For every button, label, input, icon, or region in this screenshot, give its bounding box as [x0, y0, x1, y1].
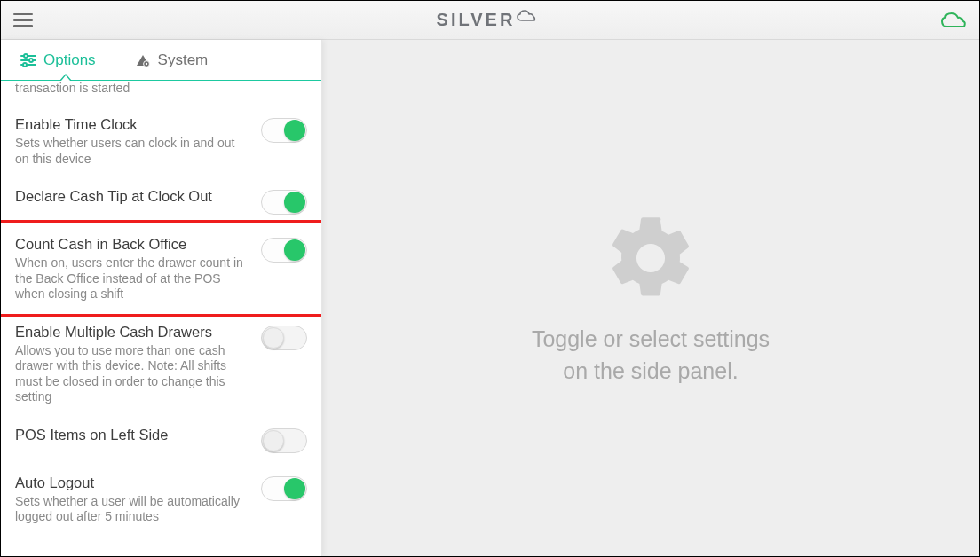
- setting-row: Declare Cash Tip at Clock Out: [13, 177, 309, 225]
- setting-title: Declare Cash Tip at Clock Out: [15, 188, 249, 205]
- setting-row: POS Items on Left Side: [13, 416, 309, 464]
- brand-logo: SILVER: [437, 10, 537, 31]
- gear-icon: [602, 209, 699, 307]
- setting-text: Enable Multiple Cash DrawersAllows you t…: [15, 324, 249, 405]
- toggle-knob: [263, 430, 284, 451]
- setting-title: Auto Logout: [15, 475, 249, 491]
- tab-system[interactable]: System: [115, 40, 228, 80]
- toggle-knob: [263, 327, 284, 349]
- toggle-knob: [284, 239, 305, 261]
- toggle-knob: [284, 478, 305, 499]
- setting-row: Count Cash in Back OfficeWhen on, users …: [13, 225, 309, 313]
- setting-text: POS Items on Left Side: [15, 427, 249, 446]
- svg-point-3: [29, 59, 33, 62]
- brand-text: SILVER: [437, 10, 516, 30]
- tab-system-label: System: [158, 51, 209, 69]
- setting-title: Count Cash in Back Office: [15, 236, 249, 253]
- placeholder-line2: on the side panel.: [532, 355, 770, 387]
- toggle-declare-cash-tip[interactable]: [261, 190, 307, 215]
- toggle-auto-logout[interactable]: [261, 476, 307, 501]
- detail-panel: Toggle or select settings on the side pa…: [322, 40, 979, 556]
- menu-icon[interactable]: [13, 13, 33, 27]
- sliders-icon: [20, 53, 36, 67]
- setting-title: POS Items on Left Side: [15, 427, 249, 443]
- setting-row: Auto LogoutSets whether a user will be a…: [13, 464, 309, 536]
- svg-point-1: [24, 54, 28, 58]
- app-body: Options System transaction is started En…: [1, 40, 979, 556]
- settings-list[interactable]: transaction is started Enable Time Clock…: [1, 81, 321, 556]
- app-header: SILVER: [1, 1, 979, 40]
- setting-description: Allows you to use more than one cash dra…: [15, 343, 249, 405]
- toggle-count-cash-back-office[interactable]: [261, 238, 307, 263]
- tab-options-label: Options: [43, 51, 96, 69]
- cutoff-previous-item: transaction is started: [15, 81, 307, 95]
- toggle-knob: [284, 120, 305, 141]
- toggle-enable-time-clock[interactable]: [261, 118, 307, 143]
- brand-cloud-icon: [517, 10, 536, 22]
- settings-sidebar: Options System transaction is started En…: [1, 40, 322, 556]
- app-frame: SILVER: [0, 0, 980, 557]
- setting-title: Enable Time Clock: [15, 116, 249, 133]
- toggle-knob: [284, 192, 305, 213]
- setting-description: When on, users enter the drawer count in…: [15, 255, 249, 302]
- toggle-pos-items-left[interactable]: [261, 428, 307, 453]
- placeholder-line1: Toggle or select settings: [532, 323, 770, 355]
- setting-description: Sets whether a user will be automaticall…: [15, 494, 249, 525]
- setting-text: Count Cash in Back OfficeWhen on, users …: [15, 236, 249, 302]
- tab-bar: Options System: [1, 40, 321, 81]
- placeholder-text: Toggle or select settings on the side pa…: [532, 323, 770, 388]
- toggle-enable-multiple-drawers[interactable]: [261, 326, 307, 350]
- setting-text: Enable Time ClockSets whether users can …: [15, 116, 249, 167]
- setting-title: Enable Multiple Cash Drawers: [15, 324, 249, 341]
- cloud-status-icon[interactable]: [940, 12, 967, 29]
- setting-text: Auto LogoutSets whether a user will be a…: [15, 475, 249, 525]
- system-icon: [135, 52, 151, 68]
- setting-text: Declare Cash Tip at Clock Out: [15, 188, 249, 208]
- setting-description: Sets whether users can clock in and out …: [15, 136, 249, 167]
- svg-point-7: [145, 62, 146, 64]
- svg-point-5: [23, 63, 27, 67]
- setting-row: Enable Time ClockSets whether users can …: [13, 106, 309, 177]
- tab-options[interactable]: Options: [1, 40, 115, 80]
- setting-row: Enable Multiple Cash DrawersAllows you t…: [13, 313, 309, 416]
- active-tab-caret: [59, 74, 72, 81]
